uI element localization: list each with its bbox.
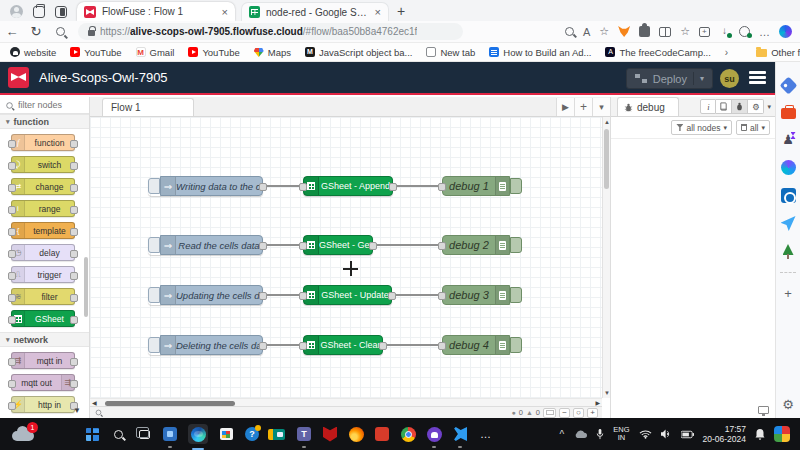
bookmark-item[interactable]: How to Build an Ad... xyxy=(489,47,591,58)
chrome-button[interactable] xyxy=(400,426,416,442)
split-screen-icon[interactable] xyxy=(659,27,671,37)
input-port[interactable] xyxy=(299,183,307,191)
canvas-search-icon[interactable] xyxy=(96,410,101,415)
collections-icon[interactable] xyxy=(699,27,710,37)
tray-expand-icon[interactable]: ^ xyxy=(560,429,565,440)
gsheet-node[interactable]: GSheet - Clear xyxy=(303,335,383,355)
gsheet-node[interactable]: GSheet - Update xyxy=(303,285,392,305)
inject-node[interactable]: ⇒Deleting the cells data xyxy=(148,335,263,355)
debug-toggle-button[interactable] xyxy=(510,337,522,353)
search-icon[interactable] xyxy=(48,24,72,39)
more-menu-icon[interactable]: … xyxy=(759,26,770,38)
debug-node[interactable]: debug 4 xyxy=(442,335,510,355)
palette-node-change[interactable]: ⇄change xyxy=(11,178,75,195)
outlook-icon[interactable] xyxy=(781,188,796,203)
open-in-window-icon[interactable] xyxy=(758,406,769,414)
zoom-in-button[interactable]: + xyxy=(587,408,598,418)
favorite-star-icon[interactable]: ☆ xyxy=(599,25,609,38)
horizontal-scrollbar[interactable]: ◀ ▶ xyxy=(90,398,602,406)
debug-toggle-button[interactable] xyxy=(510,287,522,303)
favorites-list-icon[interactable]: ☆ xyxy=(680,25,690,38)
deploy-button[interactable]: Deploy ▾ xyxy=(626,68,713,89)
add-flow-button[interactable]: + xyxy=(574,98,592,116)
info-tab-icon[interactable]: i xyxy=(700,99,716,114)
scroll-thumb[interactable] xyxy=(105,401,235,406)
copilot-icon[interactable] xyxy=(781,160,796,175)
help-app-button[interactable]: ? xyxy=(244,426,260,442)
notification-bell-icon[interactable] xyxy=(755,429,765,440)
debug-toggle-button[interactable] xyxy=(510,178,522,194)
debug-node[interactable]: debug 2 xyxy=(442,235,510,255)
vscode-button[interactable] xyxy=(452,426,468,442)
palette-category-network[interactable]: ▾ network xyxy=(0,332,89,347)
input-port[interactable] xyxy=(438,183,446,191)
palette-node-gsheet[interactable]: GSheet xyxy=(11,310,75,327)
palette-collapse-icon[interactable]: ▼ xyxy=(73,406,81,415)
other-favorites[interactable]: Other favorites xyxy=(756,47,800,58)
palette-node-mqtt-in[interactable]: ⇶mqtt in xyxy=(11,352,75,369)
downloads-icon[interactable]: ↓ xyxy=(719,26,730,37)
meet-app-button[interactable] xyxy=(270,426,286,442)
inject-node[interactable]: ⇒Writing data to the cells xyxy=(148,176,263,196)
address-bar[interactable]: https://alive-scops-owl-7905.flowfuse.cl… xyxy=(78,23,463,40)
zoom-reset-button[interactable]: ○ xyxy=(573,408,584,418)
palette-node-function[interactable]: ffunction xyxy=(11,134,75,151)
chess-icon[interactable]: ♟ xyxy=(781,132,796,147)
palette-category-function[interactable]: ▾ function xyxy=(0,114,89,129)
tab-debug[interactable]: debug xyxy=(617,97,679,116)
help-tab-icon[interactable] xyxy=(716,99,732,114)
main-menu-icon[interactable] xyxy=(749,71,766,86)
bookmark-item[interactable]: MJavaScript object ba... xyxy=(305,47,412,58)
user-avatar[interactable]: su xyxy=(720,69,739,88)
sidebar-settings-icon[interactable]: ⚙ xyxy=(782,397,794,412)
palette-node-trigger[interactable]: ⎍trigger xyxy=(11,266,75,283)
navigator-icon[interactable] xyxy=(543,408,556,418)
lock-icon[interactable] xyxy=(88,30,95,36)
inject-button[interactable] xyxy=(148,337,160,353)
output-port[interactable] xyxy=(259,292,267,300)
output-port[interactable] xyxy=(369,242,377,250)
palette-node-range[interactable]: irange xyxy=(11,200,75,217)
telegram-icon[interactable] xyxy=(781,216,796,231)
bookmark-item[interactable]: MGmail xyxy=(136,47,175,58)
output-port[interactable] xyxy=(389,183,397,191)
copilot-icon[interactable] xyxy=(779,25,792,38)
extension-icon[interactable] xyxy=(639,26,650,37)
bookmark-item[interactable]: AThe freeCodeCamp... xyxy=(605,47,710,58)
inject-button[interactable] xyxy=(148,178,160,194)
palette-scrollbar[interactable] xyxy=(84,257,88,317)
debug-clear-button[interactable]: all ▾ xyxy=(736,120,770,135)
output-port[interactable] xyxy=(259,242,267,250)
input-port[interactable] xyxy=(299,292,307,300)
tab-google-sheets[interactable]: node-red - Google Sheets × xyxy=(241,2,389,21)
mcafee-button[interactable] xyxy=(322,426,338,442)
input-port[interactable] xyxy=(299,242,307,250)
config-tab-icon[interactable]: ⚙ xyxy=(748,99,764,114)
browser-essentials-icon[interactable] xyxy=(739,26,750,37)
inject-node[interactable]: ⇒Read the cells data xyxy=(148,235,263,255)
read-aloud-icon[interactable]: A xyxy=(583,26,590,38)
weather-widget[interactable]: 1 xyxy=(12,425,38,443)
inject-button[interactable] xyxy=(148,237,160,253)
reload-button[interactable]: ↻ xyxy=(24,24,48,39)
scroll-thumb[interactable] xyxy=(604,129,609,189)
firefox-button[interactable] xyxy=(348,426,364,442)
battery-icon[interactable] xyxy=(681,430,694,439)
tag-icon[interactable] xyxy=(779,76,797,94)
sidebar-tabs-dropdown-icon[interactable]: ▾ xyxy=(767,103,771,111)
bookmarks-overflow-chevron[interactable]: › xyxy=(725,47,728,58)
metamask-icon[interactable] xyxy=(618,26,630,37)
bookmark-item[interactable]: YouTube xyxy=(70,47,121,58)
taskbar-search[interactable] xyxy=(110,426,126,442)
palette-node-http-in[interactable]: ⚡http in xyxy=(11,396,75,413)
microphone-icon[interactable] xyxy=(596,429,604,440)
inject-button[interactable] xyxy=(148,287,160,303)
bookmark-item[interactable]: Maps xyxy=(254,47,291,58)
gsheet-node[interactable]: GSheet - Get xyxy=(303,235,373,255)
tab-actions-icon[interactable] xyxy=(55,6,67,18)
tree-icon[interactable] xyxy=(781,244,796,259)
taskbar-overflow-button[interactable]: … xyxy=(478,426,494,442)
tab-scroll-right-icon[interactable]: ▶ xyxy=(556,98,574,116)
output-port[interactable] xyxy=(388,292,396,300)
inject-node[interactable]: ⇒Updating the cells data xyxy=(148,285,263,305)
